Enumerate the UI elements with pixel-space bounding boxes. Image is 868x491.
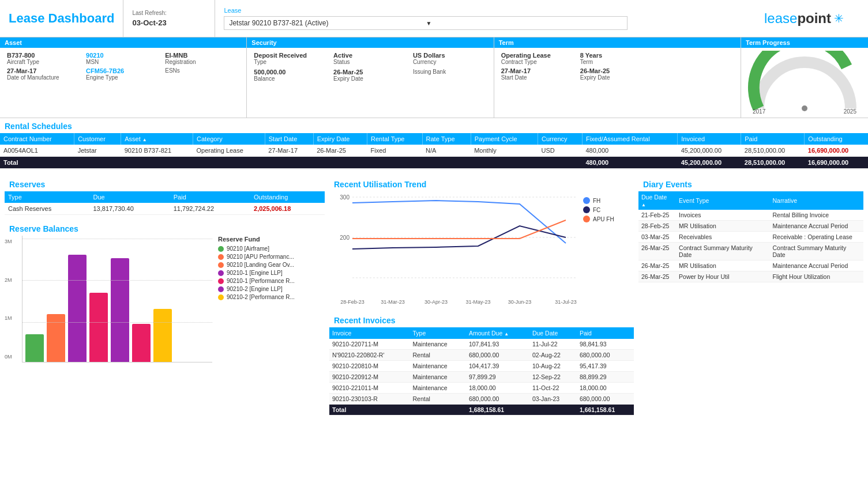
y-axis-labels: 3M 2M 1M 0M xyxy=(5,236,19,362)
col-outstanding: Outstanding xyxy=(805,133,868,145)
table-row: 90210-220912-M Maintenance 97,899.29 12-… xyxy=(329,372,634,383)
legend-item: 90210 [Airframe] xyxy=(218,246,295,252)
rental-table-header-row: Contract Number Customer Asset ▲ Categor… xyxy=(0,133,868,145)
logo: leasepoint ✳ xyxy=(753,0,868,37)
table-row: 90210-220810-M Maintenance 104,417.39 10… xyxy=(329,361,634,372)
inv-col-due: Due Date xyxy=(529,327,577,339)
rental-schedules-section: Rental Schedules Contract Number Custome… xyxy=(0,118,868,172)
bar xyxy=(47,314,65,362)
lease-label: Lease xyxy=(224,7,744,14)
gauge-chart xyxy=(747,51,862,111)
lease-value: Jetstar 90210 B737-821 (Active) xyxy=(229,19,426,27)
reserve-balances-title: Reserve Balances xyxy=(5,221,325,236)
bottom-middle: Recent Utilisation Trend 300 200 28-Feb-… xyxy=(329,176,634,416)
term-expiry-field: 26-Mar-25 Expiry Date xyxy=(578,66,657,82)
asset-panel-body: B737-800 Aircraft Type 90210 MSN EI-MNB … xyxy=(0,48,246,85)
deposit-type-field: Deposit Received Type xyxy=(251,51,330,66)
refresh-label: Last Refresh: xyxy=(132,10,206,16)
col-asset: Asset ▲ xyxy=(121,133,193,145)
aircraft-type-field: B737-800 Aircraft Type xyxy=(5,51,84,66)
legend-apu: APU FH xyxy=(583,216,614,222)
page-title: Lease Dashboard xyxy=(0,0,123,37)
col-rate-type: Rate Type xyxy=(422,133,471,145)
reserves-table: Type Due Paid Outstanding Cash Reserves … xyxy=(5,191,325,215)
col-rental-type: Rental Type xyxy=(367,133,422,145)
diary-section: Diary Events Due Date ▲ Event Type Narra… xyxy=(638,176,863,282)
table-row: Cash Reserves 13,817,730.40 11,792,724.2… xyxy=(5,203,325,215)
invoices-header-row: Invoice Type Amount Due ▲ Due Date Paid xyxy=(329,327,634,339)
security-panel-header: Security xyxy=(247,37,493,48)
legend-fh: FH xyxy=(583,197,614,204)
table-row: 90210-230103-R Rental 680,000.00 03-Jan-… xyxy=(329,394,634,405)
res-col-type: Type xyxy=(5,191,89,203)
info-panels: Asset B737-800 Aircraft Type 90210 MSN E… xyxy=(0,37,868,118)
col-fixed-rental: Fixed/Assumed Rental xyxy=(582,133,677,145)
balance-field: 500,000.00 Balance xyxy=(251,67,330,83)
reserve-balances-section: Reserve Balances 3M 2M 1M 0M xyxy=(5,221,325,362)
sort-up-icon: ▲ xyxy=(142,137,147,142)
rental-schedules-table: Contract Number Customer Asset ▲ Categor… xyxy=(0,133,868,169)
legend-color-dot xyxy=(218,254,224,260)
bar xyxy=(68,255,87,362)
legend-item: 90210-1 [Engine LLP] xyxy=(218,270,295,276)
grid-line-3m xyxy=(22,239,212,239)
res-col-paid: Paid xyxy=(170,191,250,203)
reserve-balances-chart-area: 3M 2M 1M 0M xyxy=(5,236,325,362)
diary-header-row: Due Date ▲ Event Type Narrative xyxy=(638,191,863,210)
bottom-left: Reserves Type Due Paid Outstanding Cash … xyxy=(5,176,325,416)
bar xyxy=(153,309,172,362)
reserves-section: Reserves Type Due Paid Outstanding Cash … xyxy=(5,176,325,215)
registration-field: EI-MNB Registration xyxy=(163,51,242,66)
svg-text:31-Jul-23: 31-Jul-23 xyxy=(555,299,577,305)
legend-color-dot xyxy=(218,294,224,300)
asset-panel: Asset B737-800 Aircraft Type 90210 MSN E… xyxy=(0,37,247,118)
reserves-title: Reserves xyxy=(5,176,325,191)
svg-text:30-Apr-23: 30-Apr-23 xyxy=(424,299,448,305)
start-date-field: 27-Mar-17 Start Date xyxy=(499,66,578,82)
header: Lease Dashboard Last Refresh: 03-Oct-23 … xyxy=(0,0,868,37)
diary-col-date: Due Date ▲ xyxy=(638,191,676,210)
inv-col-type: Type xyxy=(409,327,465,339)
col-startdate: Start Date xyxy=(265,133,313,145)
utilisation-title: Recent Utilisation Trend xyxy=(329,176,634,191)
grid-line-2m xyxy=(22,280,212,281)
res-col-due: Due xyxy=(89,191,170,203)
fh-dot xyxy=(583,197,590,204)
legend-color-dot xyxy=(218,286,224,292)
refresh-section: Last Refresh: 03-Oct-23 xyxy=(123,0,215,37)
lease-dropdown[interactable]: Jetstar 90210 B737-821 (Active) ▼ xyxy=(224,16,627,30)
refresh-date: 03-Oct-23 xyxy=(132,18,206,27)
table-row: 26-Mar-25 Power by Hour Util Flight Hour… xyxy=(638,271,863,282)
title-text: Lease Dashboard xyxy=(9,11,114,26)
invoices-table: Invoice Type Amount Due ▲ Due Date Paid … xyxy=(329,327,634,416)
rental-schedules-table-container: Contract Number Customer Asset ▲ Categor… xyxy=(0,133,868,172)
term-empty2-field xyxy=(657,66,736,82)
res-col-outstanding: Outstanding xyxy=(250,191,325,203)
legend-color-dot xyxy=(218,262,224,268)
term-panel-body: Operating Lease Contract Type 8 Years Te… xyxy=(494,48,741,85)
util-legend: FH FC APU FH xyxy=(583,197,614,222)
utilisation-section: Recent Utilisation Trend 300 200 28-Feb-… xyxy=(329,176,634,307)
utilisation-chart: 300 200 28-Feb-23 31-Mar-23 30-Apr-23 31… xyxy=(329,191,577,307)
table-row: 90210-221011-M Maintenance 18,000.00 11-… xyxy=(329,383,634,394)
total-row: Total 480,000 45,200,000.00 28,510,000.0… xyxy=(0,157,868,169)
dom-field: 27-Mar-17 Date of Manufacture xyxy=(5,66,84,82)
util-chart-container: 300 200 28-Feb-23 31-Mar-23 30-Apr-23 31… xyxy=(329,191,634,307)
bottom-right: Diary Events Due Date ▲ Event Type Narra… xyxy=(638,176,863,416)
bar-chart-wrapper: 3M 2M 1M 0M xyxy=(5,236,212,362)
security-panel: Security Deposit Received Type Active St… xyxy=(247,37,494,118)
bottom-section: Reserves Type Due Paid Outstanding Cash … xyxy=(0,172,868,420)
bar xyxy=(132,324,151,362)
legend-fc: FC xyxy=(583,206,614,213)
security-status-field: Active Status xyxy=(331,51,409,66)
svg-text:31-Mar-23: 31-Mar-23 xyxy=(381,299,405,305)
diary-col-event: Event Type xyxy=(676,191,769,210)
table-row: 21-Feb-25 Invoices Rental Billing Invoic… xyxy=(638,210,863,221)
table-row: A0054AOL1 Jetstar 90210 B737-821 Operati… xyxy=(0,145,868,157)
engine-type-field: CFM56-7B26 Engine Type xyxy=(84,66,163,82)
bar-chart xyxy=(22,236,212,362)
col-contract: Contract Number xyxy=(0,133,74,145)
table-row: 90210-220711-M Maintenance 107,841.93 11… xyxy=(329,339,634,350)
reserves-header-row: Type Due Paid Outstanding xyxy=(5,191,325,203)
term-progress-header: Term Progress xyxy=(741,37,868,48)
